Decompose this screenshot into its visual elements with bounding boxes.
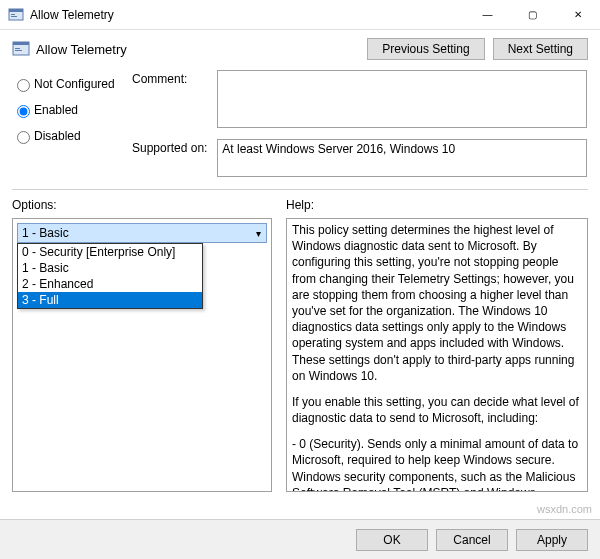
close-button[interactable]: ✕ (555, 0, 600, 29)
maximize-button[interactable]: ▢ (510, 0, 555, 29)
lower-panel: Options: 1 - Basic ▾ 0 - Security [Enter… (0, 192, 600, 492)
comment-column: Comment: Supported on: At least Windows … (132, 70, 588, 177)
help-column: Help: This policy setting determines the… (286, 196, 588, 492)
svg-rect-5 (13, 42, 29, 45)
dropdown-item-basic[interactable]: 1 - Basic (18, 260, 202, 276)
radio-not-configured[interactable]: Not Configured (12, 76, 132, 92)
options-column: Options: 1 - Basic ▾ 0 - Security [Enter… (12, 196, 272, 492)
svg-rect-1 (9, 9, 23, 12)
radio-enabled-label: Enabled (34, 103, 78, 117)
chevron-down-icon: ▾ (250, 228, 266, 239)
footer: OK Cancel Apply (0, 519, 600, 559)
help-label: Help: (286, 196, 588, 212)
options-label: Options: (12, 196, 272, 212)
radio-enabled[interactable]: Enabled (12, 102, 132, 118)
radio-not-configured-input[interactable] (17, 79, 30, 92)
svg-rect-3 (11, 16, 17, 17)
minimize-button[interactable]: — (465, 0, 510, 29)
next-setting-button[interactable]: Next Setting (493, 38, 588, 60)
help-paragraph-1: This policy setting determines the highe… (292, 222, 585, 384)
help-paragraph-3: - 0 (Security). Sends only a minimal amo… (292, 436, 585, 492)
policy-header-icon (12, 40, 30, 58)
ok-button[interactable]: OK (356, 529, 428, 551)
window-titlebar: Allow Telemetry — ▢ ✕ (0, 0, 600, 30)
policy-title: Allow Telemetry (36, 42, 367, 57)
help-paragraph-2: If you enable this setting, you can deci… (292, 394, 585, 426)
dropdown-list[interactable]: 0 - Security [Enterprise Only] 1 - Basic… (17, 243, 203, 309)
supported-on-box: At least Windows Server 2016, Windows 10 (217, 139, 587, 177)
previous-setting-button[interactable]: Previous Setting (367, 38, 484, 60)
supported-on-value: At least Windows Server 2016, Windows 10 (222, 142, 455, 156)
radio-not-configured-label: Not Configured (34, 77, 115, 91)
svg-rect-2 (11, 14, 15, 15)
watermark: wsxdn.com (537, 503, 592, 515)
dropdown-item-full[interactable]: 3 - Full (18, 292, 202, 308)
supported-on-label: Supported on: (132, 139, 214, 155)
apply-button[interactable]: Apply (516, 529, 588, 551)
radio-column: Not Configured Enabled Disabled (12, 70, 132, 154)
svg-rect-7 (15, 50, 22, 51)
comment-textarea[interactable] (217, 70, 587, 128)
dropdown-item-security[interactable]: 0 - Security [Enterprise Only] (18, 244, 202, 260)
config-area: Not Configured Enabled Disabled Comment:… (0, 62, 600, 181)
radio-disabled-input[interactable] (17, 131, 30, 144)
telemetry-level-dropdown[interactable]: 1 - Basic ▾ (17, 223, 267, 243)
help-textbox[interactable]: This policy setting determines the highe… (286, 218, 588, 492)
comment-label: Comment: (132, 70, 214, 86)
radio-enabled-input[interactable] (17, 105, 30, 118)
dropdown-selected-value: 1 - Basic (22, 226, 69, 240)
radio-disabled[interactable]: Disabled (12, 128, 132, 144)
divider (12, 189, 588, 190)
header-row: Allow Telemetry Previous Setting Next Se… (0, 30, 600, 62)
policy-icon (8, 7, 24, 23)
window-controls: — ▢ ✕ (465, 0, 600, 29)
svg-rect-6 (15, 48, 20, 49)
radio-disabled-label: Disabled (34, 129, 81, 143)
dropdown-item-enhanced[interactable]: 2 - Enhanced (18, 276, 202, 292)
cancel-button[interactable]: Cancel (436, 529, 508, 551)
options-box: 1 - Basic ▾ 0 - Security [Enterprise Onl… (12, 218, 272, 492)
window-title: Allow Telemetry (30, 8, 465, 22)
